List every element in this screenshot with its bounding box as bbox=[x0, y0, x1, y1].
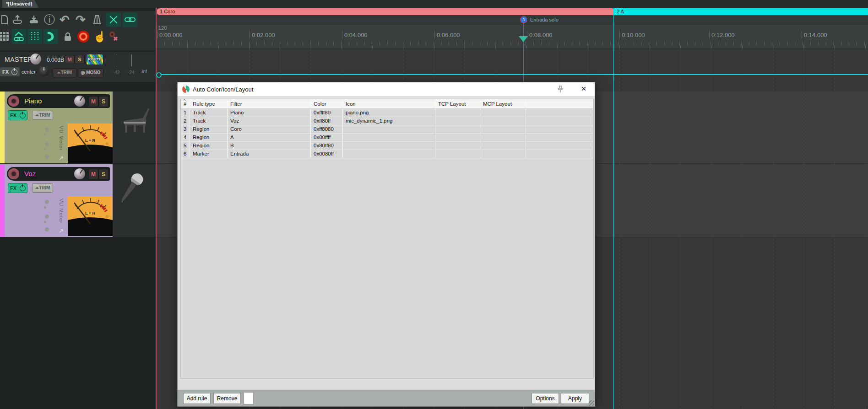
master-volume-knob[interactable] bbox=[30, 54, 41, 65]
crossfade-toggle-icon[interactable] bbox=[106, 12, 121, 27]
hand-scroll-icon[interactable]: ☝ bbox=[92, 29, 107, 44]
track-pan-knob[interactable] bbox=[74, 168, 85, 179]
envelope-points-icon[interactable] bbox=[11, 29, 26, 44]
track-solo-button[interactable]: S bbox=[98, 169, 108, 180]
rule-row[interactable]: 3Region Coro0xff8080 bbox=[181, 125, 593, 134]
vu-meter-plugin-label[interactable]: VU Meter bbox=[59, 199, 64, 223]
master-fx-button[interactable]: FX bbox=[0, 67, 20, 76]
ruler-minor-ticks bbox=[155, 42, 868, 45]
expand-arrow-icon[interactable]: ↗ bbox=[59, 227, 64, 234]
open-project-icon[interactable] bbox=[10, 12, 25, 27]
resize-grip[interactable] bbox=[589, 400, 594, 406]
rule-row[interactable]: 1Track Piano0xffff80 piano.png bbox=[181, 109, 593, 117]
time-label: 0:00.000 bbox=[159, 32, 183, 38]
add-rule-button[interactable]: Add rule bbox=[183, 393, 211, 404]
marker-row[interactable]: 1 Entrada solo bbox=[155, 15, 868, 25]
master-mono-button[interactable]: ◎ MONO bbox=[78, 68, 103, 77]
edit-cursor-icon[interactable] bbox=[519, 36, 528, 42]
tempo-envelope-line[interactable] bbox=[157, 74, 868, 75]
power-icon[interactable] bbox=[11, 69, 17, 75]
col-num: ^# bbox=[181, 99, 190, 108]
track-solo-button[interactable]: S bbox=[98, 96, 108, 107]
timeline-ruler[interactable]: 1 Coro 2 A 1 Entrada solo 120 0:00.000 0… bbox=[155, 8, 868, 49]
track-pan-knob[interactable] bbox=[74, 96, 85, 107]
marker-label: Entrada solo bbox=[530, 17, 559, 22]
item-grouping-icon[interactable] bbox=[123, 12, 137, 27]
project-tab-bar: *[Unsaved] bbox=[0, 0, 868, 8]
auto-color-dialog: Auto Color/Icon/Layout × ^# Rule type Fi… bbox=[177, 82, 595, 407]
master-pan-knob[interactable] bbox=[39, 66, 49, 76]
master-volume-value: 0.00dB bbox=[47, 57, 64, 63]
apply-button[interactable]: Apply bbox=[561, 393, 589, 404]
vu-meter-display[interactable]: L + R bbox=[68, 124, 113, 163]
meter-label: -24 bbox=[128, 70, 134, 75]
track-header: Piano M S bbox=[7, 94, 110, 108]
dialog-title-bar[interactable]: Auto Color/Icon/Layout × bbox=[178, 82, 595, 96]
vu-meter-display[interactable]: L + R bbox=[68, 196, 113, 236]
power-icon[interactable] bbox=[20, 113, 26, 118]
envelope-node[interactable] bbox=[156, 72, 162, 78]
record-arm-icon[interactable] bbox=[8, 168, 19, 179]
project-tab-unsaved[interactable]: *[Unsaved] bbox=[2, 0, 38, 8]
rule-row[interactable]: 2Track Voz0xff80ff mic_dynamic_1.png bbox=[181, 117, 593, 125]
master-mono-label: MONO bbox=[86, 70, 100, 75]
region-bar[interactable]: 1 Coro 2 A bbox=[155, 8, 868, 15]
vu-meter-plugin-label[interactable]: VU Meter bbox=[59, 126, 64, 151]
master-mute-button[interactable]: M bbox=[65, 55, 75, 64]
track-mute-button[interactable]: M bbox=[88, 96, 98, 107]
master-trim-button[interactable]: ⏶TRIM bbox=[53, 68, 76, 77]
metronome-icon[interactable] bbox=[90, 12, 104, 27]
region-a[interactable]: 2 A bbox=[613, 8, 868, 15]
time-label: 0:14.000 bbox=[804, 32, 827, 38]
track-fx-label: FX bbox=[8, 113, 18, 118]
pin-icon[interactable] bbox=[556, 85, 565, 94]
marker-entrada-solo[interactable]: 1 Entrada solo bbox=[520, 16, 559, 23]
track-name[interactable]: Voz bbox=[24, 170, 36, 178]
save-project-icon[interactable] bbox=[27, 12, 41, 27]
master-route-button[interactable]: ROUTE bbox=[86, 54, 103, 65]
time-label: 0:06.000 bbox=[437, 32, 460, 38]
rules-list[interactable]: ^# Rule type Filter Color Icon TCP Layou… bbox=[180, 99, 594, 379]
close-icon[interactable]: × bbox=[578, 83, 589, 94]
track-fx-button[interactable]: FX bbox=[8, 183, 27, 193]
master-track[interactable]: MASTER 0.00dB M S ROUTE FX center ⏶TRIM … bbox=[0, 52, 155, 82]
master-pan-label: center bbox=[22, 69, 36, 75]
track-trim-button[interactable]: ⏶TRIM bbox=[32, 183, 53, 193]
grid-toggle-icon[interactable] bbox=[27, 29, 42, 44]
options-button[interactable]: Options bbox=[532, 393, 559, 404]
record-arm-icon[interactable] bbox=[8, 96, 19, 107]
power-icon[interactable] bbox=[20, 185, 26, 191]
expand-arrow-icon[interactable]: ↗ bbox=[59, 155, 64, 161]
col-filter: Filter bbox=[228, 99, 311, 108]
track-voz[interactable]: Voz M S FX ⏶TRIM VU Meter bbox=[0, 164, 155, 237]
redo-icon[interactable]: ↷ bbox=[73, 12, 88, 27]
record-button-icon[interactable] bbox=[76, 29, 91, 44]
rule-row[interactable]: 5Region B0x80ff80 bbox=[181, 142, 593, 150]
color-swatch-field[interactable] bbox=[244, 392, 254, 404]
master-solo-button[interactable]: S bbox=[75, 55, 85, 64]
sort-asc-icon: ^ bbox=[184, 99, 185, 105]
list-header-row[interactable]: ^# Rule type Filter Color Icon TCP Layou… bbox=[181, 99, 593, 109]
track-piano[interactable]: Piano M S FX ⏶TRIM VU Meter bbox=[0, 91, 155, 163]
track-trim-button[interactable]: ⏶TRIM bbox=[32, 111, 53, 120]
time-label: 0:04.000 bbox=[344, 32, 368, 38]
tempo-value[interactable]: 120 bbox=[158, 25, 167, 31]
track-fx-button[interactable]: FX bbox=[8, 110, 27, 120]
undo-icon[interactable]: ↶ bbox=[57, 12, 72, 27]
unarm-all-icon[interactable] bbox=[106, 29, 121, 44]
snap-magnet-icon[interactable] bbox=[43, 29, 58, 44]
rule-row[interactable]: 4Region A0x00ffff bbox=[181, 134, 593, 142]
lock-icon[interactable] bbox=[60, 29, 75, 44]
track-trim-label: TRIM bbox=[39, 113, 50, 118]
mixer-grid-icon[interactable] bbox=[0, 29, 12, 44]
project-settings-icon[interactable]: ⓘ bbox=[42, 12, 57, 27]
vu-channel-text: L + R bbox=[85, 138, 96, 143]
rule-row[interactable]: 6Marker Entrada0x0080ff bbox=[181, 150, 593, 158]
track-name[interactable]: Piano bbox=[24, 97, 42, 105]
remove-button[interactable]: Remove bbox=[213, 393, 241, 404]
time-label: 0:08.000 bbox=[529, 32, 553, 38]
track-mute-button[interactable]: M bbox=[88, 169, 98, 180]
track-control-panel: ⓘ ↶ ↷ ☝ bbox=[0, 8, 155, 409]
master-label: MASTER bbox=[5, 56, 33, 63]
region-coro[interactable]: 1 Coro bbox=[157, 8, 613, 15]
